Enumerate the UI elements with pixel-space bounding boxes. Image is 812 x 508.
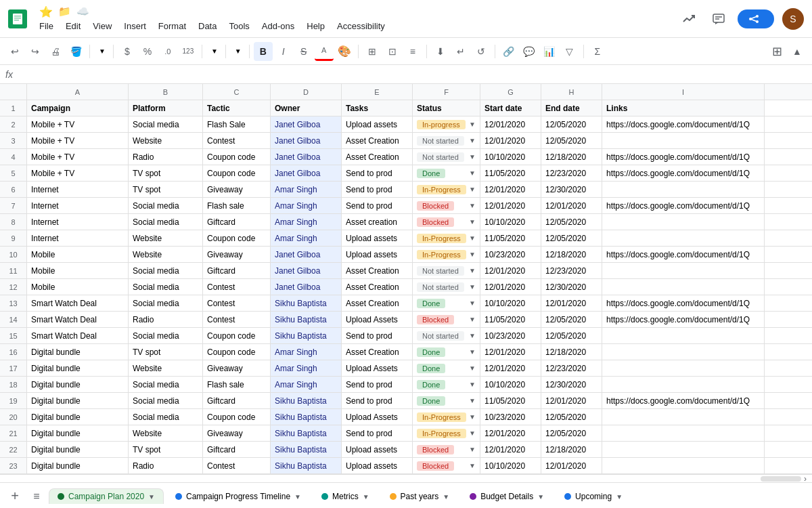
header-owner[interactable]: Owner	[271, 100, 342, 116]
col-header-F[interactable]: F	[413, 84, 480, 100]
percent-button[interactable]: %	[138, 42, 157, 61]
status-dropdown-icon[interactable]: ▼	[469, 202, 476, 209]
status-dropdown-icon[interactable]: ▼	[469, 169, 476, 177]
header-links[interactable]: Links	[602, 100, 765, 116]
rotate-button[interactable]: ↺	[472, 42, 491, 61]
tab-chevron-icon[interactable]: ▼	[616, 493, 623, 501]
all-sheets-button[interactable]: ≡	[27, 487, 46, 506]
textcolor-button[interactable]: A	[315, 42, 334, 61]
cell-r22-c6[interactable]: Blocked▼	[413, 442, 480, 457]
decimal-button[interactable]: .0	[158, 42, 177, 61]
status-dropdown-icon[interactable]: ▼	[469, 267, 476, 274]
col-header-G[interactable]: G	[480, 84, 541, 100]
scroll-right-icon[interactable]: ›	[804, 474, 807, 484]
tab-chevron-icon[interactable]: ▼	[537, 493, 544, 501]
align-button[interactable]: ≡	[403, 42, 422, 61]
status-dropdown-icon[interactable]: ▼	[469, 316, 476, 323]
highlight-button[interactable]: 🎨	[335, 42, 354, 61]
status-dropdown-icon[interactable]: ▼	[469, 348, 476, 356]
add-sheet-button[interactable]: +	[5, 487, 24, 506]
tab-campaign-progress-timeline[interactable]: Campaign Progress Timeline▼	[166, 488, 310, 504]
cell-r23-c6[interactable]: Blocked▼	[413, 458, 480, 473]
cell-r7-c6[interactable]: Blocked▼	[413, 198, 480, 213]
header-campaign[interactable]: Campaign	[27, 100, 129, 116]
header-platform[interactable]: Platform	[129, 100, 203, 116]
wrap-button[interactable]: ↵	[451, 42, 470, 61]
cell-r11-c6[interactable]: Not started▼	[413, 263, 480, 278]
print-button[interactable]: 🖨	[46, 42, 65, 61]
star-icon[interactable]: ⭐	[39, 5, 53, 18]
tab-chevron-icon[interactable]: ▼	[148, 493, 155, 501]
cell-r12-c6[interactable]: Not started▼	[413, 279, 480, 295]
format-number-button[interactable]: 123	[179, 42, 198, 61]
function-button[interactable]: Σ	[588, 42, 607, 61]
status-dropdown-icon[interactable]: ▼	[469, 446, 476, 453]
status-dropdown-icon[interactable]: ▼	[469, 429, 476, 437]
cell-r9-c6[interactable]: In-Progress▼	[413, 230, 480, 246]
status-dropdown-icon[interactable]: ▼	[469, 364, 476, 372]
menu-edit[interactable]: Edit	[60, 20, 86, 33]
bold-button[interactable]: B	[254, 42, 273, 61]
fontsize-dropdown[interactable]: ▼	[230, 42, 245, 61]
paint-format-button[interactable]: 🪣	[66, 42, 85, 61]
tab-budget-details[interactable]: Budget Details▼	[461, 488, 553, 504]
cell-r17-c6[interactable]: Done▼	[413, 360, 480, 376]
menu-accessibility[interactable]: Accessibility	[332, 20, 390, 33]
formula-input[interactable]	[18, 69, 807, 79]
status-dropdown-icon[interactable]: ▼	[469, 153, 476, 161]
col-header-C[interactable]: C	[203, 84, 271, 100]
menu-insert[interactable]: Insert	[118, 20, 152, 33]
italic-button[interactable]: I	[274, 42, 293, 61]
analytics-icon[interactable]	[678, 8, 700, 30]
cell-r19-c6[interactable]: Done▼	[413, 393, 480, 408]
status-dropdown-icon[interactable]: ▼	[469, 299, 476, 307]
header-tasks[interactable]: Tasks	[342, 100, 413, 116]
horizontal-scrollbar[interactable]: ›	[0, 474, 812, 482]
cloud-icon[interactable]: ☁️	[76, 5, 89, 18]
status-dropdown-icon[interactable]: ▼	[469, 381, 476, 388]
tab-upcoming[interactable]: Upcoming▼	[556, 488, 631, 504]
col-header-H[interactable]: H	[541, 84, 602, 100]
status-dropdown-icon[interactable]: ▼	[469, 234, 476, 242]
merge-button[interactable]: ⊡	[383, 42, 402, 61]
chart-button[interactable]: 📊	[540, 42, 559, 61]
cell-r13-c6[interactable]: Done▼	[413, 295, 480, 311]
border-button[interactable]: ⊞	[363, 42, 382, 61]
col-header-A[interactable]: A	[27, 84, 129, 100]
menu-data[interactable]: Data	[193, 20, 222, 33]
font-dropdown[interactable]: ▼	[206, 42, 221, 61]
status-dropdown-icon[interactable]: ▼	[469, 186, 476, 193]
zoom-dropdown[interactable]: ▼	[94, 42, 109, 61]
redo-button[interactable]: ↪	[26, 42, 45, 61]
tab-metrics[interactable]: Metrics▼	[313, 488, 378, 504]
cell-r10-c6[interactable]: In-Progress▼	[413, 247, 480, 262]
status-dropdown-icon[interactable]: ▼	[469, 462, 476, 469]
tab-campaign-plan-2020[interactable]: Campaign Plan 2020▼	[49, 488, 164, 504]
comments-icon[interactable]	[708, 8, 729, 30]
user-avatar[interactable]: S	[782, 8, 804, 30]
tab-past-years[interactable]: Past years▼	[381, 488, 459, 504]
menu-addons[interactable]: Add-ons	[256, 20, 300, 33]
cell-r6-c6[interactable]: In-Progress▼	[413, 182, 480, 197]
valign-button[interactable]: ⬇	[431, 42, 450, 61]
status-dropdown-icon[interactable]: ▼	[469, 413, 476, 421]
tab-chevron-icon[interactable]: ▼	[443, 493, 449, 501]
status-dropdown-icon[interactable]: ▼	[469, 397, 476, 404]
header-enddate[interactable]: End date	[541, 100, 602, 116]
status-dropdown-icon[interactable]: ▼	[469, 251, 476, 258]
cell-r16-c6[interactable]: Done▼	[413, 344, 480, 360]
undo-button[interactable]: ↩	[5, 42, 24, 61]
cell-r8-c6[interactable]: Blocked▼	[413, 214, 480, 230]
col-header-D[interactable]: D	[271, 84, 342, 100]
menu-view[interactable]: View	[87, 20, 117, 33]
cell-r20-c6[interactable]: In-Progress▼	[413, 409, 480, 425]
menu-help[interactable]: Help	[301, 20, 330, 33]
filter-button[interactable]: ▽	[560, 42, 579, 61]
cell-r5-c6[interactable]: Done▼	[413, 165, 480, 181]
share-button[interactable]	[738, 9, 774, 28]
cell-r15-c6[interactable]: Not started▼	[413, 328, 480, 343]
status-dropdown-icon[interactable]: ▼	[469, 332, 476, 339]
menu-file[interactable]: File	[34, 20, 59, 33]
col-header-B[interactable]: B	[129, 84, 203, 100]
col-header-E[interactable]: E	[342, 84, 413, 100]
